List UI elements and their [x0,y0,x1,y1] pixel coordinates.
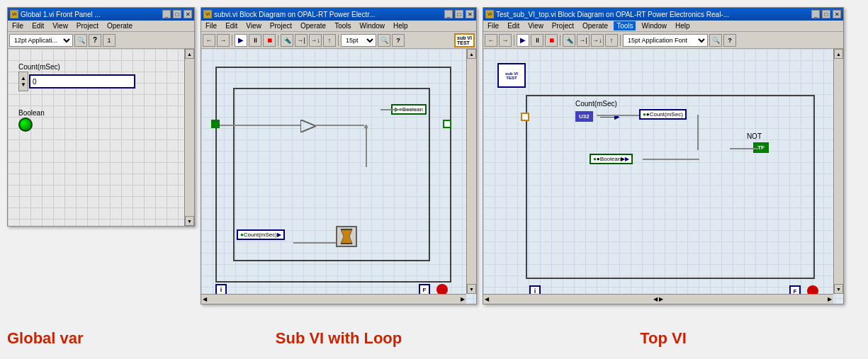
topvi-debug-btn[interactable]: 🔦 [563,34,575,47]
count-value[interactable]: 0 [29,74,135,89]
subvi-debug-btn[interactable]: 🔦 [281,34,293,47]
caption-subvi: Sub VI with Loop [201,329,477,348]
menu-operate[interactable]: Operate [104,21,135,30]
subvi-menu-edit[interactable]: Edit [222,21,240,30]
subvi-fwd-btn[interactable]: → [217,34,230,47]
subvi-abort-btn[interactable]: ⏹ [263,34,276,47]
subvi-menu-window[interactable]: Window [356,21,388,30]
subvi-search-btn[interactable]: 🔍 [378,34,390,47]
subvi-font-selector[interactable]: 15pt [341,34,376,47]
font-selector[interactable]: 12pt Applicati... [9,34,73,47]
svg-marker-1 [341,229,352,244]
subvi-arrow-node [300,120,316,134]
topvi-menu-edit[interactable]: Edit [505,21,522,30]
num-btn[interactable]: 1 [103,34,115,47]
count-numeric: ▲▼ 0 [18,72,135,91]
scrollbar-vertical[interactable]: ▲ ▼ [184,49,194,226]
topvi-fwd-btn[interactable]: → [499,34,512,47]
topvi-help-btn[interactable]: ? [723,34,736,47]
subvi-scrollbar-h[interactable]: ◀ ▶ [201,294,466,304]
subvi-step2-btn[interactable]: →↓ [309,34,322,47]
topvi-scroll-arrows: ◀ ▶ [650,296,666,302]
topvi-run-btn[interactable]: ▶ [517,34,529,47]
topvi-scrollbar-v[interactable]: ▲ ▼ [833,49,843,294]
topvi-scrollbar-h[interactable]: ◀ ◀ ▶ ▶ [483,294,833,304]
topvi-wire-2 [643,159,699,160]
subvi-scroll-up[interactable]: ▲ [467,49,476,59]
subvi-step-btn[interactable]: →| [295,34,308,47]
subvi-menu-operate[interactable]: Operate [298,21,329,30]
menu-view[interactable]: View [50,21,71,30]
topvi-font-selector[interactable]: 15pt Application Font [623,34,708,47]
topvi-minimize[interactable]: _ [811,10,820,18]
menu-edit[interactable]: Edit [29,21,47,30]
minimize-button[interactable]: _ [162,10,171,18]
subvi-canvas: ▶●Boolean ●Count(mSec)▶ [201,49,476,304]
subvi-wire-3 [293,242,336,244]
maximize-button[interactable]: □ [173,10,181,18]
topvi-close[interactable]: ✕ [833,10,841,18]
subvi-menu-project[interactable]: Project [267,21,295,30]
boolean-led[interactable] [18,118,33,132]
scroll-up[interactable]: ▲ [185,49,194,59]
subvi-menu-help[interactable]: Help [390,21,411,30]
topvi-scroll-down[interactable]: ▼ [834,284,843,294]
topvi-count-label: Count(mSec) [575,100,617,108]
topvi-window: VI Test_sub_VI_top.vi Block Diagram on O… [483,7,844,304]
close-button[interactable]: ✕ [184,10,192,18]
subvi-scrollbar-v[interactable]: ▲ ▼ [466,49,476,294]
subvi-window: VI subvi.vi Block Diagram on OPAL-RT Pow… [201,7,477,304]
topvi-pause-btn[interactable]: ⏸ [531,34,543,47]
menu-file[interactable]: File [9,21,26,30]
subvi-wire-1 [220,125,300,126]
subvi-help2-btn[interactable]: ? [392,34,405,47]
subvi-maximize[interactable]: □ [455,10,463,18]
subvi-scroll-down[interactable]: ▼ [467,284,476,294]
topvi-search-btn[interactable]: 🔍 [709,34,722,47]
count-control: Count(mSec) ▲▼ 0 [18,63,135,91]
topvi-step3-btn[interactable]: ↑ [605,34,618,47]
topvi-step-btn[interactable]: →| [577,34,590,47]
subvi-tunnel-left [211,120,220,128]
topvi-tf-text: TF [757,144,765,151]
topvi-menu-file[interactable]: File [485,21,502,30]
topvi-maximize[interactable]: □ [822,10,830,18]
boolean-label: Boolean [18,109,45,117]
count-stepper[interactable]: ▲▼ [18,72,28,91]
global-canvas: Count(mSec) ▲▼ 0 Boolean ▲ ▼ [8,49,194,226]
subvi-menu-tools[interactable]: Tools [332,21,354,30]
global-vi-window: VI Global 1.vi Front Panel ... _ □ ✕ Fil… [7,7,195,227]
topvi-menubar: File Edit View Project Operate Tools Win… [483,21,843,32]
topvi-back-btn[interactable]: ← [485,34,497,47]
topvi-menu-project[interactable]: Project [549,21,577,30]
subvi-minimize[interactable]: _ [444,10,453,18]
subvi-tunnel-right [443,120,451,128]
topvi-scroll-up[interactable]: ▲ [834,49,843,59]
subvi-run-btn[interactable]: ▶ [235,34,247,47]
topvi-menu-view[interactable]: View [525,21,546,30]
topvi-menu-help[interactable]: Help [672,21,693,30]
topvi-menu-window[interactable]: Window [638,21,670,30]
scroll-down[interactable]: ▼ [185,216,194,226]
subvi-close[interactable]: ✕ [466,10,474,18]
subvi-menu-file[interactable]: File [203,21,220,30]
topvi-boolean-node: ●●Boolean▶▶ [590,154,633,164]
topvi-menu-operate[interactable]: Operate [580,21,611,30]
topvi-u32-arrow: ——▶ [600,113,620,120]
topvi-count-out-text: ●Count(mSec) [646,111,683,118]
subvi-back-btn[interactable]: ← [203,34,215,47]
menu-project[interactable]: Project [74,21,101,30]
subvi-menu-view[interactable]: View [243,21,264,30]
subvi-menubar: File Edit View Project Operate Tools Win… [201,21,476,32]
topvi-menu-tools[interactable]: Tools [614,21,636,30]
help-btn[interactable]: ? [89,34,101,47]
topvi-tunnel-left [521,113,529,121]
search-btn[interactable]: 🔍 [74,34,87,47]
topvi-step2-btn[interactable]: →↓ [591,34,604,47]
caption-global: Global var [7,329,195,348]
global-vi-icon: VI [10,10,18,18]
subvi-stop-btn[interactable]: ⏸ [249,34,261,47]
topvi-title-text: Test_sub_VI_top.vi Block Diagram on OPAL… [496,11,809,18]
subvi-step3-btn[interactable]: ↑ [323,34,336,47]
topvi-abort-btn[interactable]: ⏹ [545,34,558,47]
